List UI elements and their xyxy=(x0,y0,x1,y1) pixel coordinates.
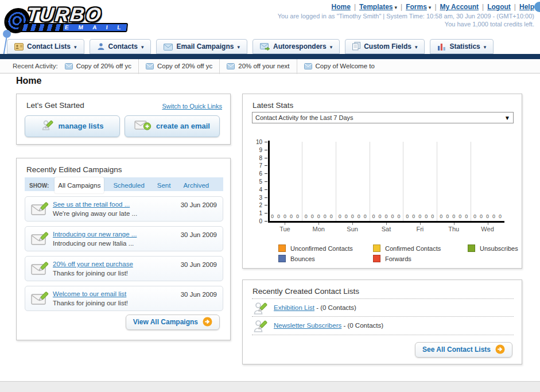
latest-stats-panel: Latest Stats Contact Activity for the La… xyxy=(242,94,522,269)
legend-swatch xyxy=(373,255,380,262)
tab-custom-fields[interactable]: Custom Fields▾ xyxy=(345,39,425,54)
legend-label: Confirmed Contacts xyxy=(385,245,441,252)
filter-scheduled[interactable]: Scheduled xyxy=(110,177,147,193)
bar-value-label: 0 xyxy=(377,214,383,219)
contact-list-count: - (0 Contacts) xyxy=(341,322,383,329)
contact-activity-chart: 01234567891000000Tue00000Mon00000Sun0000… xyxy=(250,137,515,224)
turbo-email-logo[interactable]: TURBO E M A I L xyxy=(3,3,135,33)
contact-list-item[interactable]: Newsletter Subscribers - (0 Contacts) xyxy=(252,317,514,335)
nav-link-logout[interactable]: Logout xyxy=(487,3,511,11)
bar-value-label: 0 xyxy=(396,214,402,219)
contact-list-count: - (0 Contacts) xyxy=(314,304,356,311)
recent-activity-item[interactable]: 20% off your next xyxy=(227,59,297,74)
bar-value-label: 0 xyxy=(322,214,328,219)
legend-item: Bounces xyxy=(278,255,373,262)
y-axis-tick xyxy=(265,221,267,222)
envelope-pencil-icon xyxy=(31,291,49,309)
x-axis-label: Fri xyxy=(409,226,432,232)
stats-period-dropdown[interactable]: Contact Activity for the Last 7 Days ▼ xyxy=(252,112,514,123)
tab-autoresponders[interactable]: Autoresponders▾ xyxy=(252,39,340,54)
person-pencil-icon xyxy=(253,301,268,318)
campaign-row[interactable]: Welcome to our email listThanks for join… xyxy=(25,286,223,311)
bar-value-label: 0 xyxy=(275,214,281,219)
credits-info: You have 1,000 total credits left. xyxy=(445,21,534,28)
logo-bar: E M A I L xyxy=(18,23,128,32)
chevron-down-icon: ▾ xyxy=(415,44,418,50)
campaign-title-link[interactable]: Introducing our new range ... xyxy=(53,231,137,238)
nav-link-home[interactable]: Home xyxy=(332,3,351,11)
campaign-title-link[interactable]: 20% off your next purchase xyxy=(53,261,133,267)
legend-label: Unsubscribes xyxy=(480,245,518,252)
chevron-down-icon: ▾ xyxy=(237,44,240,50)
legend-item: Unsubscribes xyxy=(468,244,540,252)
header-nav: Home|Templates▾|Forms▾|My Account|Logout… xyxy=(332,3,534,11)
y-axis xyxy=(268,141,270,222)
contact-list-name-link[interactable]: Newsletter Subscribers xyxy=(274,322,341,329)
campaign-row[interactable]: 20% off your next purchaseThanks for joi… xyxy=(25,256,223,281)
recent-activity-item[interactable]: Copy of 20% off yc xyxy=(146,59,220,74)
view-all-campaigns-button[interactable]: View All Campaigns xyxy=(126,315,220,330)
dropdown-arrow-icon: ▼ xyxy=(504,113,510,123)
page-title: Home xyxy=(16,76,41,86)
campaign-filter-bar: SHOW:All CampaignsScheduledSentArchived xyxy=(25,177,223,191)
switch-to-quick-links-link[interactable]: Switch to Quick Links xyxy=(162,103,222,110)
recent-activity-item-label: 20% off your next xyxy=(238,63,289,69)
campaign-row[interactable]: See us at the retail food ...We're givin… xyxy=(25,196,223,222)
manage-lists-button[interactable]: manage lists xyxy=(25,115,120,137)
filter-sent[interactable]: Sent xyxy=(154,177,174,193)
bar-value-label: 0 xyxy=(445,214,450,219)
recent-activity-item-label: Copy of 20% off yc xyxy=(157,63,212,69)
filter-all-campaigns[interactable]: All Campaigns xyxy=(55,177,104,193)
campaign-date: 30 Jun 2009 xyxy=(181,201,217,208)
y-axis-tick-label: 3 xyxy=(250,195,262,201)
campaign-row[interactable]: Introducing our new range ...Introducing… xyxy=(25,226,223,251)
tab-statistics[interactable]: Statistics▾ xyxy=(430,39,494,54)
see-all-contact-lists-button[interactable]: See All Contact Lists xyxy=(415,342,512,358)
legend-item: Confirmed Contacts xyxy=(373,244,468,252)
campaign-subtitle: We're giving away our late ... xyxy=(53,210,137,217)
contact-list-item[interactable]: Exhibition List - (0 Contacts) xyxy=(252,298,514,317)
campaign-subtitle: Thanks for joining our list! xyxy=(53,300,128,306)
nav-link-templates[interactable]: Templates xyxy=(359,3,393,11)
campaigns-title: Recently Edited Campaigns xyxy=(26,165,122,174)
bar-value-label: 0 xyxy=(498,214,503,219)
get-started-panel: Let's Get Started Switch to Quick Links … xyxy=(16,94,231,145)
tab-email-campaigns[interactable]: Email Campaigns▾ xyxy=(156,39,247,54)
tab-label: Contacts xyxy=(108,42,138,51)
recent-activity-item[interactable]: Copy of Welcome to xyxy=(304,59,382,74)
nav-separator: | xyxy=(514,3,516,11)
envelope-icon xyxy=(65,60,73,74)
create-email-button[interactable]: create an email xyxy=(125,115,220,137)
x-axis-tick xyxy=(352,223,353,225)
envelope-arrow-icon xyxy=(260,41,270,55)
y-axis-tick-label: 10 xyxy=(250,139,262,145)
bar-value-label: 0 xyxy=(424,214,429,219)
nav-link-forms[interactable]: Forms xyxy=(406,3,427,11)
bar-value-label: 0 xyxy=(417,214,423,219)
person-icon xyxy=(97,41,105,55)
tab-contact-lists[interactable]: Contact Lists▾ xyxy=(7,39,84,54)
recent-activity-items: Copy of 20% off ycCopy of 20% off yc20% … xyxy=(58,62,382,70)
recent-activity-item[interactable]: Copy of 20% off yc xyxy=(65,59,139,74)
bar-value-label: 0 xyxy=(282,214,288,219)
filter-archived[interactable]: Archived xyxy=(180,177,212,193)
y-axis-tick xyxy=(265,181,267,182)
envelope-pencil-icon xyxy=(31,201,49,219)
x-axis-tick xyxy=(386,223,387,225)
nav-separator: | xyxy=(401,3,402,11)
nav-link-help[interactable]: Help xyxy=(519,3,534,11)
recently-edited-campaigns-panel: Recently Edited Campaigns SHOW:All Campa… xyxy=(16,158,231,340)
y-axis-tick xyxy=(265,197,267,198)
y-axis-tick xyxy=(265,142,267,142)
manage-lists-label: manage lists xyxy=(59,122,104,130)
contact-list-name-link[interactable]: Exhibition List xyxy=(274,304,314,311)
nav-link-my-account[interactable]: My Account xyxy=(440,3,479,11)
tab-contacts[interactable]: Contacts▾ xyxy=(90,39,151,54)
orange-arrow-icon xyxy=(203,317,212,332)
recent-activity-item-label: Copy of Welcome to xyxy=(316,63,375,69)
x-axis-label: Tue xyxy=(273,226,296,232)
envelope-icon xyxy=(227,60,235,74)
bar-value-label: 0 xyxy=(472,214,478,219)
campaign-title-link[interactable]: Welcome to our email list xyxy=(53,290,126,297)
campaign-title-link[interactable]: See us at the retail food ... xyxy=(53,201,130,208)
